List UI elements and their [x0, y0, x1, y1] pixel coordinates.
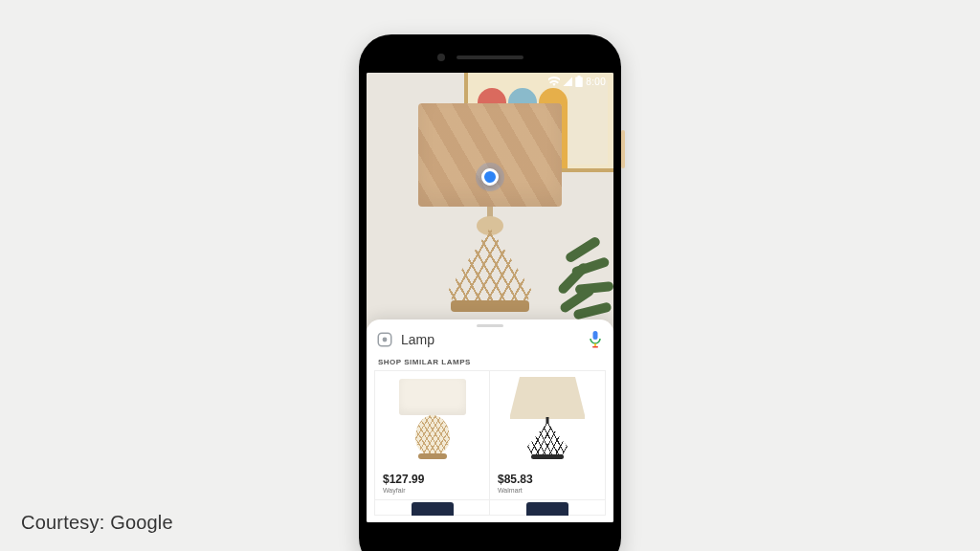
scene-lamp	[409, 103, 571, 323]
phone-frame: 8:00	[359, 34, 621, 551]
product-price: $127.99	[375, 467, 489, 487]
status-time: 8:00	[586, 77, 606, 87]
product-store: Walmart	[490, 487, 605, 499]
svg-point-1	[383, 338, 388, 342]
product-grid-next-row	[367, 500, 613, 516]
wifi-icon	[548, 77, 560, 86]
lens-focus-dot-icon[interactable]	[481, 168, 499, 186]
image-credit: Courtesy: Google	[21, 512, 173, 534]
front-camera-dot	[437, 54, 445, 61]
svg-rect-4	[592, 346, 598, 347]
sheet-drag-handle[interactable]	[477, 324, 503, 327]
product-grid: $127.99 Wayfair $85.83 Walmart	[367, 370, 613, 500]
product-card[interactable]: $85.83 Walmart	[490, 370, 606, 500]
product-thumbnail	[412, 502, 454, 516]
product-price: $85.83	[490, 467, 605, 487]
microphone-icon[interactable]	[589, 331, 602, 348]
results-sheet[interactable]: Lamp SHOP SIMILAR LAMPS $127.99	[367, 320, 613, 522]
status-bar: 8:00	[367, 73, 613, 90]
phone-earpiece	[457, 55, 523, 59]
svg-rect-3	[594, 343, 596, 346]
product-store: Wayfair	[375, 487, 489, 499]
product-thumbnail	[375, 371, 489, 467]
product-card[interactable]: $127.99 Wayfair	[374, 370, 490, 500]
battery-icon	[575, 76, 583, 87]
cell-signal-icon	[563, 77, 572, 86]
product-thumbnail	[526, 502, 568, 516]
phone-screen: 8:00	[367, 73, 613, 522]
svg-rect-2	[593, 331, 598, 340]
search-term[interactable]: Lamp	[401, 332, 581, 347]
camera-viewfinder[interactable]	[367, 73, 613, 331]
google-lens-icon	[376, 331, 393, 348]
section-label: SHOP SIMILAR LAMPS	[367, 354, 613, 370]
product-thumbnail	[490, 371, 605, 467]
search-row[interactable]: Lamp	[367, 329, 613, 354]
